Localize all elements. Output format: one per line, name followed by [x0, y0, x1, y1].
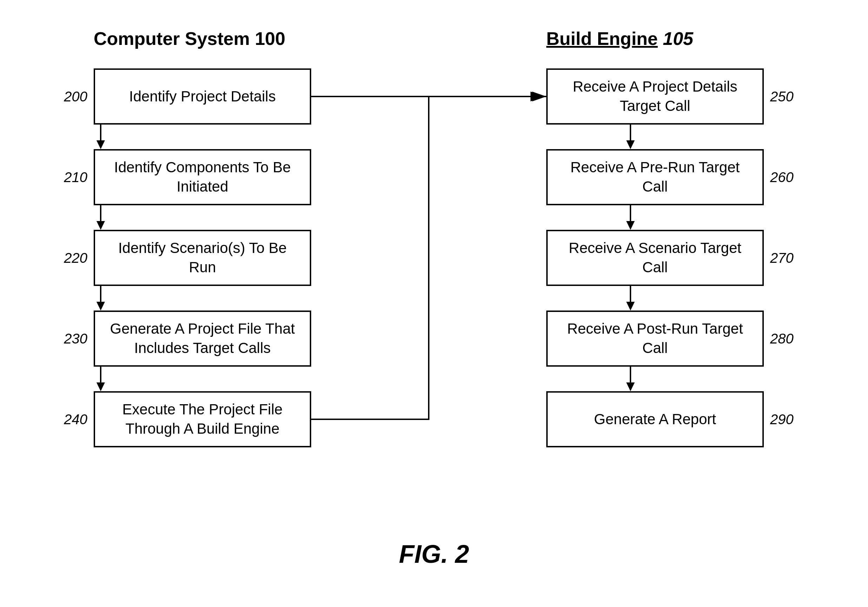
right-header-title: Build Engine: [546, 28, 658, 49]
flow-item-290: Generate A Report 290: [546, 391, 799, 448]
arrow-250-260: [546, 125, 637, 149]
flow-item-270: Receive A Scenario Target Call 270: [546, 230, 799, 286]
arrow-210-220: [59, 205, 108, 230]
right-column: Build Engine 105 Receive A Project Detai…: [504, 28, 837, 448]
step-label-240: 240: [59, 412, 94, 427]
flow-item-210: 210 Identify Components To Be Initiated: [59, 149, 311, 205]
svg-marker-14: [626, 302, 635, 311]
middle-gap: [364, 28, 504, 448]
flow-box-250: Receive A Project Details Target Call: [546, 68, 764, 125]
step-label-220: 220: [59, 250, 94, 266]
flow-box-290: Generate A Report: [546, 391, 764, 448]
main-wrapper: Computer System 100 200 Identify Project…: [0, 0, 868, 579]
right-header-num: 105: [663, 28, 693, 49]
flow-box-240: Execute The Project File Through A Build…: [94, 391, 311, 448]
figure-label: FIG. 2: [399, 540, 469, 568]
left-header-num: 100: [255, 28, 285, 49]
flow-item-250: Receive A Project Details Target Call 25…: [546, 68, 799, 125]
flow-item-280: Receive A Post-Run Target Call 280: [546, 311, 799, 367]
flow-box-200: Identify Project Details: [94, 68, 311, 125]
flow-item-260: Receive A Pre-Run Target Call 260: [546, 149, 799, 205]
flow-item-220: 220 Identify Scenario(s) To Be Run: [59, 230, 311, 286]
flow-box-220: Identify Scenario(s) To Be Run: [94, 230, 311, 286]
left-column: Computer System 100 200 Identify Project…: [31, 28, 364, 448]
svg-marker-12: [626, 221, 635, 230]
svg-marker-4: [96, 221, 105, 230]
step-label-230: 230: [59, 331, 94, 347]
svg-marker-6: [96, 302, 105, 311]
arrow-280-290: [546, 367, 637, 391]
svg-marker-16: [626, 382, 635, 391]
flow-item-230: 230 Generate A Project File That Include…: [59, 311, 311, 367]
step-label-290: 290: [764, 412, 799, 427]
step-label-200: 200: [59, 89, 94, 105]
flow-box-280: Receive A Post-Run Target Call: [546, 311, 764, 367]
svg-marker-2: [96, 140, 105, 149]
step-label-210: 210: [59, 169, 94, 185]
flow-item-240: 240 Execute The Project File Through A B…: [59, 391, 311, 448]
step-label-250: 250: [764, 89, 799, 105]
svg-marker-10: [626, 140, 635, 149]
arrow-270-280: [546, 286, 637, 311]
right-column-header: Build Engine 105: [546, 28, 693, 49]
step-label-260: 260: [764, 169, 799, 185]
flow-box-270: Receive A Scenario Target Call: [546, 230, 764, 286]
arrow-220-230: [59, 286, 108, 311]
flow-item-200: 200 Identify Project Details: [59, 68, 311, 125]
flow-box-230: Generate A Project File That Includes Ta…: [94, 311, 311, 367]
svg-marker-8: [96, 382, 105, 391]
arrow-200-210: [59, 125, 108, 149]
flow-box-210: Identify Components To Be Initiated: [94, 149, 311, 205]
step-label-270: 270: [764, 250, 799, 266]
left-column-header: Computer System 100: [59, 28, 285, 49]
arrow-260-270: [546, 205, 637, 230]
step-label-280: 280: [764, 331, 799, 347]
left-header-title: Computer System: [94, 28, 250, 49]
flow-box-260: Receive A Pre-Run Target Call: [546, 149, 764, 205]
arrow-230-240: [59, 367, 108, 391]
diagram-container: Computer System 100 200 Identify Project…: [0, 0, 868, 607]
